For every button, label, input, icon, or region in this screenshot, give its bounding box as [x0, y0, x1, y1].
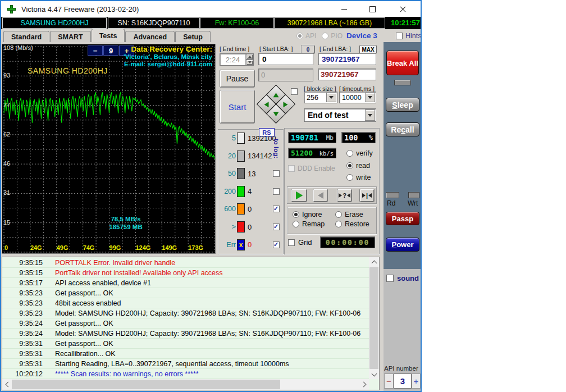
legend-row: 20134142: [221, 150, 272, 162]
log-row[interactable]: 9:35:2348bit access enabled: [2, 298, 369, 308]
mode-radio-button[interactable]: [346, 150, 353, 157]
hints-group: Hints: [396, 32, 422, 40]
title-bar[interactable]: Victoria 4.47 Freeware (2013-02-20): [1, 1, 421, 17]
mode-radio-label: read: [356, 162, 370, 170]
skip-search-icon: ?: [339, 193, 350, 199]
scroll-left-button[interactable]: [2, 379, 12, 390]
device-selector[interactable]: Device 3: [346, 31, 377, 40]
api-number-plus-button[interactable]: +: [412, 373, 421, 389]
maximize-button[interactable]: [359, 1, 385, 17]
scroll-up-button[interactable]: [369, 257, 379, 267]
ddd-checkbox[interactable]: [288, 165, 295, 172]
close-button[interactable]: [390, 1, 416, 17]
api-radio[interactable]: [296, 33, 303, 39]
combo-arrow-button[interactable]: [365, 93, 375, 102]
to-log-checkbox[interactable]: [273, 241, 280, 248]
log-row[interactable]: 10:20:12***** Scan results: no warnings,…: [2, 369, 369, 379]
sound-checkbox[interactable]: [386, 275, 394, 282]
log-row[interactable]: 9:35:24Model: SAMSUNG HD200HJ; Capacity:…: [2, 329, 369, 339]
loop-checkbox[interactable]: [291, 88, 298, 95]
grid-checkbox[interactable]: [288, 239, 295, 246]
pause-button[interactable]: Pause: [220, 70, 255, 88]
x-axis-tick-label: 149G: [162, 244, 177, 251]
spin-down-button[interactable]: [246, 60, 253, 65]
log-row[interactable]: 9:35:24Get passport... OK: [2, 318, 369, 329]
to-log-checkbox[interactable]: [273, 224, 280, 230]
log-row[interactable]: 9:35:31Recallibration... OK: [2, 349, 369, 359]
playback-back-button[interactable]: [313, 189, 328, 202]
combo-arrow-button[interactable]: [365, 110, 375, 121]
bad-action-radio-button[interactable]: [335, 211, 342, 218]
playback-skip-end-button[interactable]: |: [359, 189, 375, 202]
y-axis-tick-label: 62: [3, 131, 10, 138]
to-log-checkbox[interactable]: [273, 188, 280, 195]
mode-radio-button[interactable]: [346, 162, 353, 169]
power-button[interactable]: Power: [386, 238, 419, 252]
tab-setup[interactable]: Setup: [175, 31, 211, 42]
end-action-combo[interactable]: End of test: [304, 108, 376, 122]
clock: 10:21:57: [385, 17, 422, 29]
playback-play-button[interactable]: [291, 189, 307, 202]
hints-checkbox[interactable]: [396, 33, 403, 39]
graph-speed-stat: 78,5 MB/s: [86, 216, 165, 222]
log-horizontal-scrollbar[interactable]: [2, 379, 369, 390]
start-button[interactable]: Start: [220, 90, 255, 124]
log-row[interactable]: 9:35:31Get passport... OK: [2, 339, 369, 349]
pio-radio[interactable]: [322, 33, 328, 39]
horizontal-scroll-thumb[interactable]: [12, 380, 280, 389]
start-lba-input[interactable]: [261, 54, 311, 64]
log-row[interactable]: 9:35:23Get passport... OK: [2, 288, 369, 298]
vertical-scroll-thumb[interactable]: [369, 267, 378, 369]
tab-smart[interactable]: SMART: [50, 31, 90, 42]
arrow-up-icon: [248, 56, 252, 58]
scroll-down-button[interactable]: [369, 370, 379, 379]
log-row[interactable]: 9:35:23Model: SAMSUNG HD200HJ; Capacity:…: [2, 308, 369, 318]
mode-radio-read: read: [346, 162, 370, 170]
mode-radio-button[interactable]: [346, 174, 353, 181]
zoom-out-button[interactable]: −: [88, 45, 103, 56]
tab-tests[interactable]: Tests: [92, 29, 125, 42]
to-log-checkbox[interactable]: [273, 170, 280, 177]
read-led-label: Rd: [387, 199, 395, 207]
recall-button[interactable]: Recall: [386, 122, 419, 136]
sound-label: sound: [397, 274, 419, 282]
block-size-combo[interactable]: 256: [304, 92, 337, 103]
log-vertical-scrollbar[interactable]: [369, 257, 379, 379]
break-all-button[interactable]: Break All: [386, 51, 419, 75]
log-row[interactable]: 9:35:15PortTalk driver not installed! Av…: [2, 268, 369, 278]
bad-action-radio-button[interactable]: [335, 221, 342, 227]
sleep-button[interactable]: Sleep: [386, 98, 419, 112]
api-number-value[interactable]: 3: [394, 373, 412, 389]
to-log-checkbox[interactable]: [273, 206, 280, 212]
device-serial: SN: S16KJDQP907110: [108, 17, 200, 29]
bad-action-radio-button[interactable]: [293, 211, 299, 218]
log-message: 48bit access enabled: [55, 299, 121, 307]
combo-arrow-button[interactable]: [326, 93, 336, 102]
legend-color-block: [237, 203, 245, 215]
spin-up-button[interactable]: [246, 54, 253, 60]
log-timestamp: 9:35:23: [2, 289, 43, 297]
speed-graph[interactable]: 108 (Mb/s)937762463115 024G49G74G99G124G…: [2, 44, 216, 254]
minimize-button[interactable]: [331, 1, 357, 17]
end-lba-input[interactable]: [321, 54, 373, 64]
end-time-spinner[interactable]: 2:24: [220, 53, 254, 66]
timeout-combo[interactable]: 10000: [339, 92, 376, 103]
log-row[interactable]: 9:35:31Starting Reading, LBA=0..39072196…: [2, 359, 369, 369]
x-axis-tick-label: 124G: [135, 244, 150, 251]
log-row[interactable]: 9:35:15PORTTALK Error. Invalid driver ha…: [2, 258, 369, 268]
bad-action-radio-button[interactable]: [293, 221, 299, 227]
playback-panel: ?|: [287, 186, 377, 204]
green-down-icon: [273, 112, 279, 116]
api-number-minus-button[interactable]: −: [384, 373, 394, 389]
log-row[interactable]: 9:35:17API access enabled, device #1: [2, 278, 369, 288]
rs-button[interactable]: RS: [259, 128, 275, 136]
passport-button[interactable]: Passp: [386, 212, 419, 225]
dropdown-arrow-icon: [368, 114, 372, 117]
legend-color-block: [237, 168, 245, 179]
legend-threshold-label: 600: [221, 205, 236, 213]
tab-advanced[interactable]: Advanced: [125, 31, 175, 42]
tab-standard[interactable]: Standard: [3, 31, 49, 42]
playback-skip-search-button[interactable]: ?: [337, 189, 352, 202]
speed-value: 51200: [291, 149, 313, 157]
scroll-right-button[interactable]: [359, 379, 369, 390]
